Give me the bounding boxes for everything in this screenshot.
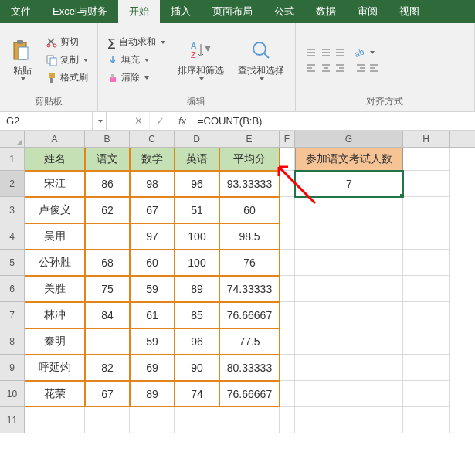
row-header-9[interactable]: 9 [0, 355, 25, 381]
cell-A6[interactable]: 关胜 [25, 276, 85, 302]
cell-G8[interactable] [295, 328, 403, 355]
cell-F4[interactable] [280, 223, 295, 250]
cell-H10[interactable] [403, 381, 450, 407]
cell-G10[interactable] [295, 381, 403, 407]
cell-H11[interactable] [403, 407, 450, 434]
cell-E6[interactable]: 74.33333 [219, 276, 280, 302]
cell-A1[interactable]: 姓名 [25, 148, 85, 171]
tab-Excel与财务[interactable]: Excel与财务 [42, 0, 118, 23]
cell-F5[interactable] [280, 250, 295, 276]
cell-E1[interactable]: 平均分 [219, 148, 280, 171]
cell-D1[interactable]: 英语 [175, 148, 219, 171]
tab-文件[interactable]: 文件 [0, 0, 42, 23]
cell-E10[interactable]: 76.66667 [219, 381, 280, 407]
cell-C3[interactable]: 67 [130, 197, 175, 223]
col-header-B[interactable]: B [85, 131, 130, 147]
col-header-D[interactable]: D [175, 131, 219, 147]
cell-G11[interactable] [295, 407, 403, 434]
cell-E9[interactable]: 80.33333 [219, 355, 280, 381]
cell-D8[interactable]: 96 [175, 328, 219, 355]
cell-E11[interactable] [219, 407, 280, 434]
cell-D10[interactable]: 74 [175, 381, 219, 407]
autosum-button[interactable]: ∑自动求和 [104, 34, 168, 50]
orientation-button[interactable]: ab [351, 46, 384, 60]
cell-E3[interactable]: 60 [219, 197, 280, 223]
cell-B2[interactable]: 86 [85, 171, 130, 197]
cell-G4[interactable] [295, 223, 403, 250]
cell-B9[interactable]: 82 [85, 355, 130, 381]
tab-开始[interactable]: 开始 [118, 0, 160, 23]
enter-formula-button[interactable]: ✓ [150, 112, 171, 130]
row-header-4[interactable]: 4 [0, 223, 25, 250]
cell-G6[interactable] [295, 276, 403, 302]
cell-F6[interactable] [280, 276, 295, 302]
cancel-formula-button[interactable]: ✕ [128, 112, 150, 130]
align-top-button[interactable] [302, 46, 347, 60]
sort-filter-button[interactable]: AZ 排序和筛选 [173, 26, 229, 94]
copy-button[interactable]: 复制 [43, 52, 91, 68]
col-header-E[interactable]: E [219, 131, 280, 147]
cell-C7[interactable]: 61 [130, 302, 175, 328]
cut-button[interactable]: 剪切 [43, 34, 91, 50]
cell-C11[interactable] [130, 407, 175, 434]
cell-H9[interactable] [403, 355, 450, 381]
fill-button[interactable]: 填充 [104, 52, 168, 68]
cell-F9[interactable] [280, 355, 295, 381]
cell-G7[interactable] [295, 302, 403, 328]
name-box[interactable]: G2 [0, 112, 93, 130]
cell-B7[interactable]: 84 [85, 302, 130, 328]
cell-G9[interactable] [295, 355, 403, 381]
cell-E4[interactable]: 98.5 [219, 223, 280, 250]
cell-F11[interactable] [280, 407, 295, 434]
cell-A11[interactable] [25, 407, 85, 434]
worksheet[interactable]: A B C D E F G H 1姓名语文数学英语平均分参加语文考试人数2宋江8… [0, 131, 475, 434]
cell-D6[interactable]: 89 [175, 276, 219, 302]
cell-G1[interactable]: 参加语文考试人数 [295, 148, 403, 171]
tab-视图[interactable]: 视图 [388, 0, 430, 23]
cell-B11[interactable] [85, 407, 130, 434]
clear-button[interactable]: 清除 [104, 70, 168, 86]
cell-H5[interactable] [403, 250, 450, 276]
cell-H2[interactable] [403, 171, 450, 197]
cell-D7[interactable]: 85 [175, 302, 219, 328]
cell-H6[interactable] [403, 276, 450, 302]
row-header-10[interactable]: 10 [0, 381, 25, 407]
cell-A7[interactable]: 林冲 [25, 302, 85, 328]
row-header-8[interactable]: 8 [0, 328, 25, 355]
cell-A10[interactable]: 花荣 [25, 381, 85, 407]
paste-button[interactable]: 粘贴 [6, 26, 39, 94]
find-select-button[interactable]: 查找和选择 [233, 26, 289, 94]
cell-B10[interactable]: 67 [85, 381, 130, 407]
cell-A4[interactable]: 吴用 [25, 223, 85, 250]
col-header-H[interactable]: H [403, 131, 450, 147]
cell-H7[interactable] [403, 302, 450, 328]
cell-A8[interactable]: 秦明 [25, 328, 85, 355]
row-header-11[interactable]: 11 [0, 407, 25, 434]
col-header-F[interactable]: F [280, 131, 295, 147]
cell-G3[interactable] [295, 197, 403, 223]
row-header-2[interactable]: 2 [0, 171, 25, 197]
tab-公式[interactable]: 公式 [263, 0, 305, 23]
cell-D11[interactable] [175, 407, 219, 434]
cell-H1[interactable] [403, 148, 450, 171]
cell-H8[interactable] [403, 328, 450, 355]
cell-H3[interactable] [403, 197, 450, 223]
cell-B1[interactable]: 语文 [85, 148, 130, 171]
tab-审阅[interactable]: 审阅 [347, 0, 388, 23]
formula-input[interactable]: =COUNT(B:B) [193, 112, 475, 130]
cell-B8[interactable] [85, 328, 130, 355]
cell-C2[interactable]: 98 [130, 171, 175, 197]
cell-C4[interactable]: 97 [130, 223, 175, 250]
cell-E5[interactable]: 76 [219, 250, 280, 276]
cell-C5[interactable]: 60 [130, 250, 175, 276]
col-header-G[interactable]: G [295, 131, 403, 147]
row-header-3[interactable]: 3 [0, 197, 25, 223]
cell-C1[interactable]: 数学 [130, 148, 175, 171]
cell-A2[interactable]: 宋江 [25, 171, 85, 197]
cell-A5[interactable]: 公孙胜 [25, 250, 85, 276]
select-all-corner[interactable] [0, 131, 25, 147]
tab-插入[interactable]: 插入 [160, 0, 202, 23]
cell-F2[interactable] [280, 171, 295, 197]
row-header-5[interactable]: 5 [0, 250, 25, 276]
cell-C10[interactable]: 89 [130, 381, 175, 407]
